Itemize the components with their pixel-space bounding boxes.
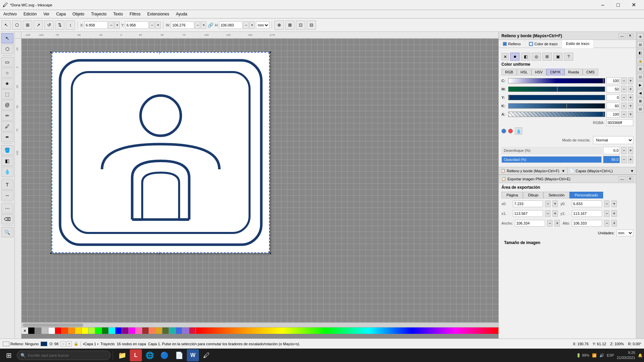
canvas-area[interactable]: -125 -100 -75 -50 -25 0 25 50 75 100 125… <box>15 32 498 339</box>
k-slider[interactable] <box>508 103 605 109</box>
far-right-btn-8[interactable]: ◀ <box>637 89 644 96</box>
tool-pencil[interactable]: ✏ <box>1 111 13 121</box>
swatch-gray[interactable] <box>35 327 42 334</box>
swatch-royal-blue[interactable] <box>176 327 182 334</box>
sub-panel-fill-stroke-tab[interactable]: 📋 Relleno y borde (Mayús+Ctrl+F) ▼ <box>499 167 568 174</box>
k-value-input[interactable] <box>606 103 620 109</box>
x1-plus[interactable]: + <box>552 210 558 217</box>
mode-rueda[interactable]: Rueda <box>565 69 583 75</box>
panel-minimize-btn[interactable]: — <box>619 33 626 38</box>
tool-text[interactable]: T <box>1 180 13 190</box>
m-plus-btn[interactable]: + <box>628 86 633 93</box>
swatch-olive-drab[interactable] <box>162 327 169 334</box>
tool-spiral[interactable]: @ <box>1 100 13 110</box>
rgba-input[interactable] <box>606 119 633 126</box>
taskbar-search-input[interactable] <box>28 353 107 357</box>
mode-cms[interactable]: CMS <box>583 69 598 75</box>
swatch-lime[interactable] <box>95 327 102 334</box>
notification-btn[interactable]: 🔔 <box>638 353 643 358</box>
swatch-brown[interactable] <box>142 327 149 334</box>
export-tab-pagina[interactable]: Página <box>501 192 523 198</box>
y0-input[interactable] <box>572 200 602 207</box>
swatch-green[interactable] <box>102 327 109 334</box>
tool-eraser[interactable]: ⌫ <box>1 214 13 224</box>
m-value-input[interactable] <box>606 86 620 93</box>
far-right-btn-6[interactable]: ⊡ <box>637 73 644 80</box>
menu-ayuda[interactable]: Ayuda <box>172 11 191 17</box>
menu-capa[interactable]: Capa <box>53 11 69 17</box>
sub-panel-layers-arrow[interactable]: ▼ <box>630 169 634 173</box>
swatch-medium-purple[interactable] <box>182 327 189 334</box>
eyedropper-btn[interactable]: 💧 <box>515 127 522 135</box>
units-select[interactable]: mm px cm <box>616 230 633 236</box>
minimize-button[interactable]: – <box>595 0 610 10</box>
tool-spray[interactable]: ⋯ <box>1 203 13 214</box>
tab-relleno[interactable]: Relleno <box>499 40 525 48</box>
swatch-orange-red[interactable] <box>62 327 68 334</box>
taskbar-app-pdf[interactable]: 📄 <box>172 349 186 361</box>
start-button[interactable]: ⊞ <box>1 349 16 361</box>
menu-ver[interactable]: Ver <box>40 11 53 17</box>
lock-aspect-icon[interactable]: 🔗 <box>208 22 213 28</box>
blur-minus[interactable]: − <box>621 147 627 154</box>
toolbar-snap2[interactable]: ⊠ <box>285 20 294 30</box>
tool-star[interactable]: ★ <box>1 78 13 88</box>
swatch-blue[interactable] <box>115 327 122 334</box>
swatch-silver[interactable] <box>42 327 48 334</box>
taskbar-app-inkscape[interactable]: 🖊 <box>200 349 214 361</box>
toolbar-transform3[interactable]: ⇅ <box>55 20 64 30</box>
y1-plus[interactable]: + <box>611 210 617 217</box>
opacity-increment[interactable]: + <box>66 341 72 347</box>
swatch-dark-magenta[interactable] <box>122 327 129 334</box>
wc-drawing[interactable] <box>52 52 270 253</box>
tool-gradient[interactable]: ◧ <box>1 156 13 166</box>
mode-rgb[interactable]: RGB <box>501 69 517 75</box>
w-input[interactable] <box>171 21 194 29</box>
swatch-hot-pink[interactable] <box>136 327 142 334</box>
toolbar-snap3[interactable]: ⊡ <box>296 20 305 30</box>
menu-filtros[interactable]: Filtros <box>126 11 144 17</box>
y-input[interactable] <box>125 21 149 29</box>
y1-input[interactable] <box>572 210 602 217</box>
no-paint-btn[interactable]: ✕ <box>501 53 509 60</box>
y-plus-btn[interactable]: + <box>628 94 633 101</box>
c-value-input[interactable] <box>606 77 620 84</box>
toolbar-zoom[interactable]: ⊞ <box>23 20 32 30</box>
y-plus[interactable]: + <box>155 21 161 29</box>
toolbar-transform1[interactable]: ↗ <box>34 20 43 30</box>
taskbar-app-edge[interactable]: 🔵 <box>157 349 171 361</box>
tool-ellipse[interactable]: ○ <box>1 68 13 78</box>
y0-minus[interactable]: − <box>604 200 609 207</box>
export-tab-seleccion[interactable]: Selección <box>543 192 570 198</box>
w-minus[interactable]: − <box>195 21 200 29</box>
far-right-btn-4[interactable]: 🔒 <box>637 57 644 64</box>
far-right-btn-2[interactable]: ⊟ <box>637 41 644 48</box>
menu-trayecto[interactable]: Trayecto <box>88 11 110 17</box>
y-minus-btn[interactable]: − <box>621 94 627 101</box>
far-right-btn-9[interactable]: ⊠ <box>637 98 644 104</box>
tool-pen[interactable]: 🖊 <box>1 121 13 131</box>
swatch-magenta[interactable] <box>129 327 136 334</box>
blur-value[interactable] <box>603 147 620 154</box>
x-plus[interactable]: + <box>114 21 120 29</box>
tool-bucket[interactable]: 🪣 <box>1 145 13 155</box>
opacity-decrement[interactable]: − <box>60 341 66 347</box>
far-right-btn-3[interactable]: ◧ <box>637 49 644 56</box>
far-right-btn-10[interactable]: ⊟ <box>637 106 644 112</box>
flat-color-btn[interactable]: ■ <box>510 53 520 61</box>
no-color-btn[interactable]: ✕ <box>21 327 28 334</box>
export-panel-header[interactable]: 📋 Exportar imagen PNG (Mayús+Ctrl+E) — ✕ <box>499 175 636 183</box>
swatch-cyan[interactable] <box>109 327 115 334</box>
mode-hsv[interactable]: HSV <box>531 69 546 75</box>
radial-grad-btn[interactable]: ◎ <box>532 53 541 61</box>
x-minus[interactable]: − <box>108 21 114 29</box>
toolbar-snap4[interactable]: ⊟ <box>307 20 316 30</box>
tool-dropper[interactable]: 💧 <box>1 167 13 177</box>
sub-panel-layers-tab[interactable]: 📄 Capas (Mayús+Ctrl+L) ▼ <box>568 167 636 174</box>
taskbar-app-l[interactable]: L <box>130 349 142 361</box>
color-dot-blue[interactable] <box>501 129 506 133</box>
x1-input[interactable] <box>513 210 543 217</box>
menu-extensiones[interactable]: Extensiones <box>144 11 172 17</box>
swatch-rainbow[interactable] <box>196 327 498 334</box>
swatch-yellow-green[interactable] <box>89 327 95 334</box>
